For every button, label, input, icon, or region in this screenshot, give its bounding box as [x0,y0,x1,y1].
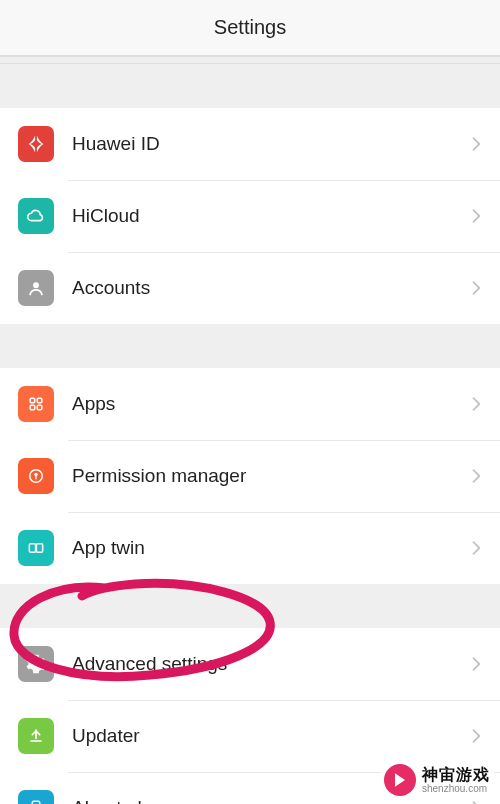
section-gap [0,64,500,108]
svg-rect-9 [36,544,42,552]
item-apps[interactable]: Apps [0,368,500,440]
settings-group-1: Huawei ID HiCloud Accounts [0,108,500,324]
watermark-logo-icon [384,764,416,796]
chevron-right-icon [466,134,486,154]
svg-rect-1 [30,398,35,403]
svg-rect-4 [37,405,42,410]
gear-icon [18,646,54,682]
item-hicloud[interactable]: HiCloud [0,180,500,252]
item-label: Accounts [72,277,466,299]
section-gap [0,584,500,628]
page-title: Settings [214,16,286,39]
svg-rect-8 [29,544,35,552]
app-twin-icon [18,530,54,566]
apps-grid-icon [18,386,54,422]
item-accounts[interactable]: Accounts [0,252,500,324]
item-label: HiCloud [72,205,466,227]
item-label: Advanced settings [72,653,466,675]
item-app-twin[interactable]: App twin [0,512,500,584]
svg-point-10 [34,662,38,666]
item-label: Apps [72,393,466,415]
item-label: Updater [72,725,466,747]
chevron-right-icon [466,726,486,746]
svg-point-0 [33,282,39,288]
item-permission-manager[interactable]: Permission manager [0,440,500,512]
chevron-right-icon [466,206,486,226]
item-advanced-settings[interactable]: Advanced settings [0,628,500,700]
chevron-right-icon [466,466,486,486]
cloud-icon [18,198,54,234]
item-label: Huawei ID [72,133,466,155]
watermark-brand: 神宙游戏 [422,766,490,784]
watermark: 神宙游戏 shenzhou.com [380,762,494,798]
svg-rect-7 [35,475,36,479]
svg-rect-2 [37,398,42,403]
divider [0,56,500,64]
huawei-logo-icon [18,126,54,162]
permission-icon [18,458,54,494]
phone-icon [18,790,54,804]
chevron-right-icon [466,654,486,674]
item-label: Permission manager [72,465,466,487]
section-gap [0,324,500,368]
chevron-right-icon [466,798,486,804]
updater-icon [18,718,54,754]
settings-group-2: Apps Permission manager App twin [0,368,500,584]
chevron-right-icon [466,538,486,558]
item-label: About phone [72,797,466,804]
svg-rect-3 [30,405,35,410]
watermark-domain: shenzhou.com [422,783,490,794]
chevron-right-icon [466,278,486,298]
item-label: App twin [72,537,466,559]
header: Settings [0,0,500,56]
item-huawei-id[interactable]: Huawei ID [0,108,500,180]
chevron-right-icon [466,394,486,414]
contact-icon [18,270,54,306]
